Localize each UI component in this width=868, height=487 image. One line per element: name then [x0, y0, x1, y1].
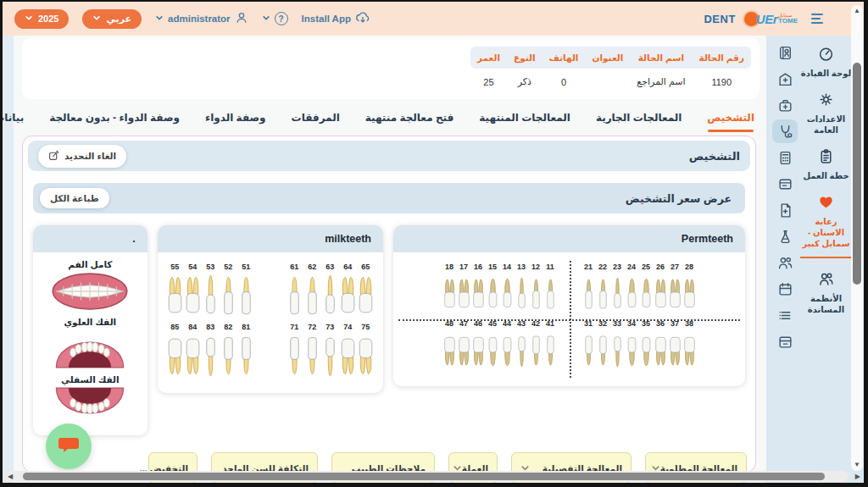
medical-kit-icon[interactable]: [772, 93, 798, 117]
tooth-28[interactable]: 28: [683, 263, 696, 316]
language-selector[interactable]: عربي: [82, 9, 142, 29]
tooth-36[interactable]: 36: [654, 319, 667, 373]
sidebar-item-dashboard[interactable]: لوحة القيادة: [800, 46, 852, 79]
lower-jaw-option[interactable]: الفك السفلي: [49, 374, 131, 427]
scroll-down-arrow[interactable]: ▼: [851, 461, 863, 469]
tooth-46[interactable]: 46: [472, 319, 485, 373]
tooth-75[interactable]: 75: [358, 323, 374, 379]
tab-6[interactable]: وصفة الدواء - بدون معالجة: [49, 112, 180, 132]
sidebar-item-label: رعاية الاسنان - سمايل كبير: [800, 216, 852, 249]
queue-icon[interactable]: [772, 303, 798, 327]
vertical-scroll-thumb[interactable]: [853, 63, 861, 285]
tooth-23[interactable]: 23: [611, 263, 624, 316]
menu-icon[interactable]: [811, 14, 823, 24]
tooth-74[interactable]: 74: [340, 323, 356, 379]
help-menu[interactable]: ?: [262, 12, 288, 25]
tooth-41[interactable]: 41: [544, 319, 557, 373]
tooth-52[interactable]: 52: [220, 263, 236, 319]
scroll-right-arrow[interactable]: ▶: [855, 471, 860, 482]
tooth-34[interactable]: 34: [626, 319, 638, 373]
scroll-left-arrow[interactable]: ◀: [8, 471, 13, 482]
tooth-25[interactable]: 25: [640, 263, 653, 316]
patient-value: 1190: [693, 69, 751, 95]
appointment-card-icon[interactable]: [772, 329, 798, 353]
tooth-61[interactable]: 61: [287, 263, 303, 319]
tooth-14[interactable]: 14: [501, 263, 514, 316]
tooth-24[interactable]: 24: [626, 263, 638, 316]
tooth-84[interactable]: 84: [185, 323, 201, 379]
full-mouth-option[interactable]: كامل الفم: [49, 259, 131, 312]
tab-2[interactable]: المعالجات المنتهية: [479, 112, 570, 132]
sidebar-item-gear[interactable]: الاعدادات العامة: [800, 91, 852, 136]
tooth-13[interactable]: 13: [515, 263, 528, 316]
tab-3[interactable]: فتح معالجة منتهية: [365, 112, 454, 132]
tooth-22[interactable]: 22: [597, 263, 609, 316]
tooth-82[interactable]: 82: [220, 323, 236, 379]
tooth-38[interactable]: 38: [683, 319, 696, 373]
stethoscope-icon[interactable]: [772, 119, 798, 143]
clear-selection-button[interactable]: الغاء التحديد: [38, 145, 126, 168]
tooth-47[interactable]: 47: [458, 319, 470, 373]
print-all-button[interactable]: طباعة الكل: [40, 188, 109, 208]
tooth-81[interactable]: 81: [238, 323, 254, 379]
tooth-21[interactable]: 21: [582, 263, 595, 316]
tooth-45[interactable]: 45: [487, 319, 499, 373]
tooth-27[interactable]: 27: [669, 263, 682, 316]
tab-0[interactable]: التشخيص: [707, 112, 754, 132]
tooth-44[interactable]: 44: [501, 319, 514, 373]
horizontal-scroll-thumb[interactable]: [23, 473, 825, 480]
year-selector[interactable]: 2025: [14, 9, 69, 29]
tooth-number: 14: [503, 263, 511, 271]
prescription-icon[interactable]: [772, 198, 798, 222]
tooth-31[interactable]: 31: [582, 319, 595, 373]
tooth-54[interactable]: 54: [185, 263, 201, 319]
tab-5[interactable]: وصفة الدواء: [205, 112, 266, 132]
tooth-62[interactable]: 62: [304, 263, 320, 319]
tooth-43[interactable]: 43: [515, 319, 528, 373]
contact-book-icon[interactable]: [772, 41, 798, 64]
horizontal-scrollbar[interactable]: ◀ ▶: [4, 471, 849, 482]
tooth-65[interactable]: 65: [358, 263, 374, 319]
tooth-33[interactable]: 33: [611, 319, 624, 373]
tooth-18[interactable]: 18: [443, 263, 456, 316]
tooth-48[interactable]: 48: [443, 319, 456, 373]
chat-widget-button[interactable]: [46, 423, 92, 469]
tooth-55[interactable]: 55: [167, 263, 183, 319]
tooth-85[interactable]: 85: [167, 323, 183, 379]
user-menu[interactable]: administrator: [155, 11, 248, 26]
tooth-72[interactable]: 72: [304, 323, 320, 379]
upper-jaw-option[interactable]: الفك العلوي: [49, 317, 131, 369]
tooth-12[interactable]: 12: [530, 263, 542, 316]
tooth-73[interactable]: 73: [322, 323, 338, 379]
sidebar-item-heart[interactable]: رعاية الاسنان - سمايل كبير: [800, 194, 852, 258]
tooth-26[interactable]: 26: [654, 263, 667, 316]
hospital-icon[interactable]: [772, 67, 798, 91]
tooth-64[interactable]: 64: [340, 263, 356, 319]
tab-7[interactable]: بيانات الفواتير: [3, 112, 24, 132]
tab-1[interactable]: المعالجات الجارية: [596, 112, 682, 132]
flask-icon[interactable]: [772, 224, 798, 248]
sidebar-item-users[interactable]: الأنظمة المساندة: [800, 271, 852, 315]
invoice-icon[interactable]: [772, 172, 798, 196]
calendar-icon[interactable]: [772, 277, 798, 301]
patients-icon[interactable]: [772, 251, 798, 274]
tooth-53[interactable]: 53: [203, 263, 219, 319]
tooth-15[interactable]: 15: [487, 263, 499, 316]
tooth-32[interactable]: 32: [597, 319, 609, 373]
vertical-scrollbar[interactable]: ▲ ▼: [851, 5, 863, 471]
tooth-63[interactable]: 63: [322, 263, 338, 319]
tooth-71[interactable]: 71: [287, 323, 303, 379]
scroll-up-arrow[interactable]: ▲: [851, 7, 863, 15]
tooth-51[interactable]: 51: [238, 263, 254, 319]
tooth-37[interactable]: 37: [669, 319, 682, 373]
tooth-16[interactable]: 16: [472, 263, 485, 316]
sidebar-item-clipboard[interactable]: خطة العمل: [800, 148, 852, 181]
tooth-11[interactable]: 11: [544, 263, 557, 316]
tooth-83[interactable]: 83: [203, 323, 219, 379]
calculator-icon[interactable]: [772, 146, 798, 169]
tooth-35[interactable]: 35: [640, 319, 653, 373]
tooth-42[interactable]: 42: [530, 319, 542, 373]
tooth-17[interactable]: 17: [458, 263, 470, 316]
tab-4[interactable]: المرفقات: [292, 112, 340, 132]
install-app-button[interactable]: Install App: [302, 11, 370, 26]
